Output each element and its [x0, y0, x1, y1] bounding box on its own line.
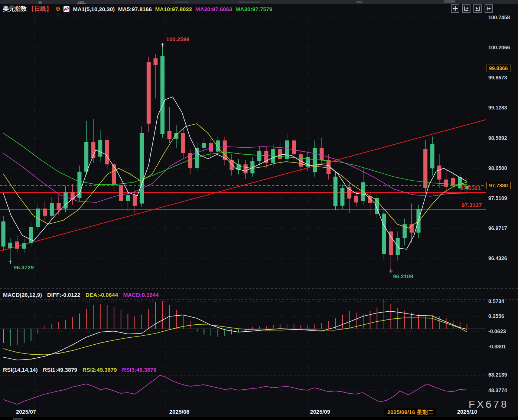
candle-body	[160, 56, 164, 134]
candle-body	[333, 177, 338, 206]
candle-body	[84, 142, 88, 172]
period-label[interactable]: 【日线】	[28, 5, 52, 13]
x-axis-label-sep: 2025/09	[310, 408, 330, 415]
rsi-params-label: RSI(14,14,14)	[3, 367, 38, 373]
candle-body	[209, 143, 213, 152]
scroll-right-button[interactable]	[473, 4, 482, 13]
candle-body	[57, 203, 61, 210]
candle-body	[98, 140, 102, 157]
candle-body	[77, 172, 81, 198]
rsi1-value: RSI1:49.3879	[43, 367, 77, 373]
macd-value: MACD:0.1044	[123, 292, 159, 298]
go-to-latest-button[interactable]	[485, 4, 493, 13]
candle-body	[292, 140, 296, 154]
candle-body	[285, 140, 289, 159]
candle-body	[50, 203, 54, 216]
candle-body	[437, 165, 441, 180]
candle-body	[354, 196, 358, 202]
add-indicator-icon[interactable]: ⊕	[55, 6, 60, 12]
ma-group-label: MA1(5,10,20,30)	[73, 6, 115, 12]
x-axis-highlight-date: 2025/09/16 星期二	[384, 408, 436, 416]
x-axis: 2025/07 2025/08 2025/09 2025/09/16 星期二 2…	[0, 408, 518, 417]
chart-nav-buttons	[451, 4, 493, 13]
pan-mode-button[interactable]	[451, 4, 459, 13]
macd-header: MACD(26,12,9) DIFF:-0.0122 DEA:-0.0644 M…	[3, 291, 159, 298]
candle-body	[278, 149, 282, 159]
ma20-value: MA20:97.6063	[195, 6, 232, 12]
candle-body	[257, 151, 261, 161]
candle-body	[465, 186, 469, 189]
rsi-header: RSI(14,14,14) RSI1:49.3879 RSI2:49.3879 …	[3, 366, 156, 373]
ma30-value: MA30:97.7579	[235, 6, 272, 12]
chart-type-icon[interactable]	[63, 6, 69, 12]
x-axis-label-oct: 2025/10	[457, 408, 477, 415]
candle-body	[22, 243, 26, 249]
candle-body	[119, 185, 123, 201]
x-axis-label-jul: 2025/07	[16, 408, 36, 415]
candle-body	[133, 195, 137, 206]
candle-body	[153, 58, 157, 65]
candle-body	[147, 62, 151, 124]
ma10-line	[3, 124, 467, 228]
macd-params-label: MACD(26,12,9)	[3, 292, 42, 298]
scroll-left-button[interactable]	[462, 4, 470, 13]
chart-header: 美元指数【日线】 ⊕ MA1(5,10,20,30) MA5:97.8166 M…	[3, 5, 273, 13]
candle-body	[8, 243, 12, 248]
candle-body	[341, 188, 345, 206]
candle-body	[15, 242, 19, 249]
ma5-value: MA5:97.8166	[118, 6, 152, 12]
candle-body	[126, 195, 130, 201]
candle-body	[430, 144, 434, 168]
macd-diff-value: DIFF:-0.0122	[47, 292, 80, 298]
candle-body	[244, 164, 248, 173]
candle-body	[382, 214, 386, 254]
candle-body	[202, 143, 206, 148]
ma10-value: MA10:97.8022	[155, 6, 192, 12]
candle-body	[181, 133, 185, 153]
candle-body	[167, 131, 172, 139]
candle-body	[458, 177, 462, 188]
ma5-line	[3, 97, 467, 249]
candle-body	[389, 232, 393, 255]
trading-terminal: 美元指数【日线】 ⊕ MA1(5,10,20,30) MA5:97.8166 M…	[0, 0, 518, 420]
extreme-marker-icon	[9, 260, 12, 264]
rsi3-value: RSI3:49.3879	[122, 367, 157, 373]
x-axis-label-aug: 2025/08	[169, 408, 189, 415]
candle-body	[43, 209, 47, 216]
candle-body	[410, 224, 414, 233]
candle-body	[320, 148, 324, 160]
main-chart[interactable]	[0, 0, 518, 420]
symbol-name[interactable]: 美元指数	[3, 5, 27, 13]
candle-body	[216, 140, 220, 151]
rsi-line	[3, 375, 467, 404]
candle-body	[444, 180, 448, 187]
candle-body	[1, 222, 6, 247]
ma30-line	[3, 133, 467, 185]
rsi2-value: RSI2:49.3879	[82, 367, 117, 373]
macd-dea-value: DEA:-0.0644	[85, 292, 118, 298]
candle-body	[105, 140, 109, 164]
candle-body	[313, 148, 317, 172]
candle-body	[140, 133, 144, 204]
extreme-marker-icon	[389, 269, 393, 273]
candle-body	[112, 164, 116, 185]
extreme-marker-icon	[161, 43, 164, 47]
